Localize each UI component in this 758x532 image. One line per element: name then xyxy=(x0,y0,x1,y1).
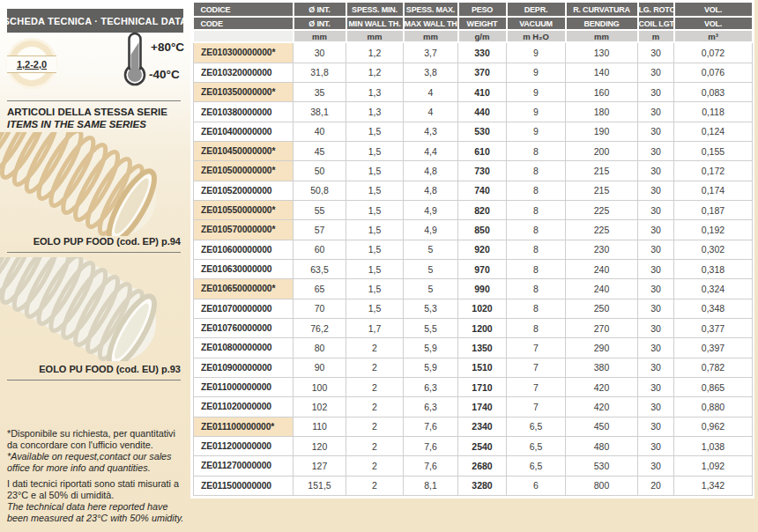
value-cell: 610 xyxy=(458,142,507,161)
code-cell: ZE011020000000 xyxy=(194,397,294,417)
value-cell: 820 xyxy=(458,200,507,219)
value-cell: 5 xyxy=(404,240,458,259)
value-cell: 0,782 xyxy=(674,358,753,377)
value-cell: 800 xyxy=(566,476,638,495)
code-cell: ZE010400000000 xyxy=(194,122,294,141)
value-cell: 6,5 xyxy=(507,436,566,455)
table-row: ZE01076000000076,21,75,512008270300,377 xyxy=(194,318,753,337)
header-cell: COIL LGTH. xyxy=(638,17,674,30)
table-row: ZE010650000000*651,559908240300,324 xyxy=(194,279,753,299)
value-cell: 160 xyxy=(566,83,638,102)
value-cell: 5,3 xyxy=(404,299,458,318)
value-cell: 4 xyxy=(404,83,458,102)
header-cell: R. CURVATURA xyxy=(566,3,638,17)
table-row: ZE010500000000*501,54,87308215300,172 xyxy=(194,161,753,181)
value-cell: 40 xyxy=(294,122,346,141)
value-cell: 2 xyxy=(346,456,404,476)
value-cell: 1,5 xyxy=(346,181,404,200)
value-cell: 90 xyxy=(294,358,346,377)
header-cell: Ø INT. xyxy=(294,3,346,17)
value-cell: 190 xyxy=(566,122,638,141)
value-cell: 250 xyxy=(566,299,638,318)
footnote-measured-en: The technical data here reported have be… xyxy=(7,501,185,523)
series-heading: ARTICOLI DELLA STESSA SERIE ITEMS IN THE… xyxy=(7,106,167,130)
value-cell: 2 xyxy=(346,377,404,396)
value-cell: 1,5 xyxy=(346,122,404,141)
value-cell: 450 xyxy=(566,417,638,436)
value-cell: 1,5 xyxy=(346,220,404,240)
value-cell: 1510 xyxy=(458,358,507,377)
value-cell: 30 xyxy=(638,456,674,476)
table-row: ZE010550000000*551,54,98208225300,187 xyxy=(194,200,753,219)
value-cell: 4 xyxy=(404,102,458,122)
value-cell: 1,5 xyxy=(346,259,404,278)
technical-data-table: CODICEØ INT.SPESS. MIN.SPESS. MAX.PESODE… xyxy=(193,3,754,496)
value-cell: 330 xyxy=(458,42,507,63)
value-cell: 370 xyxy=(458,63,507,82)
value-cell: 30 xyxy=(638,142,674,161)
value-cell: 4,8 xyxy=(404,181,458,200)
header-cell: WEIGHT xyxy=(458,17,507,30)
unit-cell: mm xyxy=(294,30,346,42)
value-cell: 740 xyxy=(458,181,507,200)
value-cell: 30 xyxy=(638,358,674,377)
value-cell: 1020 xyxy=(458,299,507,318)
value-cell: 240 xyxy=(566,279,638,299)
value-cell: 63,5 xyxy=(294,259,346,278)
value-cell: 7 xyxy=(507,377,566,396)
related-product-caption: EOLO PUP FOOD (cod. EP) p.94 xyxy=(33,236,181,247)
value-cell: 0,324 xyxy=(674,279,753,299)
series-heading-it: ARTICOLI DELLA STESSA SERIE xyxy=(7,106,167,118)
value-cell: 530 xyxy=(458,122,507,141)
value-cell: 30 xyxy=(638,240,674,259)
header-cell: VOL. xyxy=(674,3,753,17)
value-cell: 5 xyxy=(404,259,458,278)
value-cell: 225 xyxy=(566,200,638,219)
value-cell: 0,155 xyxy=(674,142,753,161)
value-cell: 380 xyxy=(566,358,638,377)
value-cell: 3280 xyxy=(458,476,507,495)
value-cell: 850 xyxy=(458,220,507,240)
value-cell: 0,118 xyxy=(674,102,753,122)
value-cell: 8 xyxy=(507,318,566,337)
value-cell: 4,9 xyxy=(404,200,458,219)
header-cell: VOL. xyxy=(674,17,753,30)
value-cell: 7 xyxy=(507,397,566,417)
table-row: ZE010300000000*301,23,73309130300,072 xyxy=(194,42,753,63)
value-cell: 30 xyxy=(638,299,674,318)
table-row: ZE01102000000010226,317407420300,880 xyxy=(194,397,753,417)
wall-thickness-band: 1,2-2,0 xyxy=(7,55,56,73)
value-cell: 2 xyxy=(346,436,404,455)
table-row: ZE010600000000601,559208230300,302 xyxy=(194,240,753,259)
value-cell: 0,302 xyxy=(674,240,753,259)
value-cell: 8 xyxy=(507,161,566,181)
value-cell: 130 xyxy=(566,42,638,63)
header-cell: CODE xyxy=(194,17,294,30)
unit-cell: g/m xyxy=(458,30,507,42)
footnote-availability-en: *Available on request,contact our sales … xyxy=(7,451,185,473)
value-cell: 4,8 xyxy=(404,161,458,181)
value-cell: 180 xyxy=(566,102,638,122)
footnote-availability-it: *Disponibile su richiesta, per quantitat… xyxy=(7,428,185,451)
value-cell: 9 xyxy=(507,83,566,102)
temp-max-label: +80°C xyxy=(151,41,184,54)
value-cell: 420 xyxy=(566,377,638,396)
code-cell: ZE010570000000* xyxy=(194,220,294,240)
value-cell: 30 xyxy=(638,102,674,122)
value-cell: 1,3 xyxy=(346,102,404,122)
value-cell: 20 xyxy=(638,476,674,495)
code-cell: ZE010450000000* xyxy=(194,142,294,161)
value-cell: 1,3 xyxy=(346,83,404,102)
value-cell: 1,2 xyxy=(346,63,404,82)
value-cell: 5 xyxy=(404,279,458,299)
header-cell: BENDING xyxy=(566,17,638,30)
value-cell: 410 xyxy=(458,83,507,102)
value-cell: 30 xyxy=(638,377,674,396)
value-cell: 1,5 xyxy=(346,279,404,299)
value-cell: 440 xyxy=(458,102,507,122)
value-cell: 55 xyxy=(294,200,346,219)
unit-cell: mm xyxy=(566,30,638,42)
value-cell: 0,083 xyxy=(674,83,753,102)
value-cell: 30 xyxy=(638,200,674,219)
code-cell: ZE011500000000 xyxy=(194,476,294,495)
